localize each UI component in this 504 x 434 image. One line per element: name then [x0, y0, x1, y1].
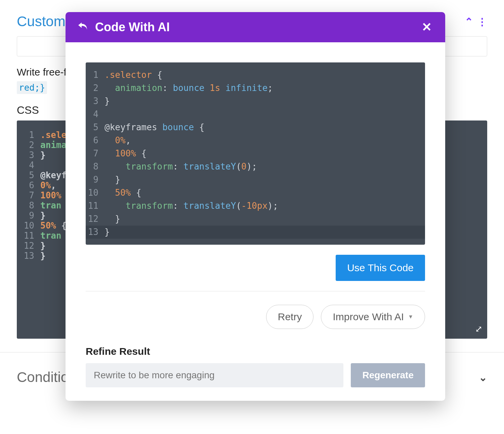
- line-number: 9: [17, 210, 40, 221]
- code-content: }: [104, 173, 120, 186]
- close-icon[interactable]: ✕: [422, 20, 432, 34]
- regenerate-button[interactable]: Regenerate: [351, 363, 425, 387]
- code-content: transform: translateY(0);: [104, 160, 257, 173]
- modal-title: Code With AI: [95, 20, 170, 34]
- code-line: 3}: [86, 95, 425, 108]
- refine-row: Regenerate: [86, 363, 425, 387]
- code-content: animation: bounce 1s infinite;: [104, 82, 273, 95]
- line-number: 3: [17, 150, 40, 160]
- caret-down-icon: ▼: [408, 314, 413, 320]
- line-number: 11: [17, 231, 40, 241]
- improve-label: Improve With AI: [333, 311, 404, 323]
- line-number: 2: [17, 140, 40, 150]
- line-number: 3: [86, 95, 104, 108]
- collapse-icon[interactable]: ⌃: [465, 16, 473, 28]
- line-number: 9: [86, 173, 104, 186]
- line-number: 5: [17, 170, 40, 180]
- line-number: 8: [17, 200, 40, 210]
- code-line: 5@keyframes bounce {: [86, 121, 425, 134]
- code-content: 0%,: [104, 134, 131, 147]
- code-content: }: [104, 212, 120, 226]
- code-with-ai-modal: Code With AI ✕ 1.selector {2 animation: …: [66, 12, 445, 401]
- retry-label: Retry: [278, 311, 302, 323]
- code-line: 1.selector {: [86, 68, 425, 82]
- refine-input[interactable]: [86, 363, 343, 387]
- example-code-snippet: red;}: [17, 81, 47, 94]
- generated-code-block[interactable]: 1.selector {2 animation: bounce 1s infin…: [86, 62, 425, 245]
- line-number: 5: [86, 121, 104, 134]
- line-number: 12: [17, 241, 40, 251]
- code-content: }: [104, 95, 110, 108]
- improve-with-ai-button[interactable]: Improve With AI ▼: [321, 305, 425, 329]
- line-number: 6: [17, 180, 40, 190]
- code-line: 8 transform: translateY(0);: [86, 160, 425, 173]
- modal-header-left: Code With AI: [78, 20, 170, 34]
- back-icon[interactable]: [78, 21, 88, 33]
- code-line: 6 0%,: [86, 134, 425, 147]
- code-line: 2 animation: bounce 1s infinite;: [86, 82, 425, 95]
- code-content: transform: translateY(-10px);: [104, 199, 278, 212]
- line-number: 10: [17, 221, 40, 231]
- code-content: }: [40, 241, 46, 251]
- kebab-menu-icon[interactable]: ⋮: [477, 16, 487, 28]
- code-line: 4: [86, 108, 425, 121]
- line-number: 1: [17, 130, 40, 140]
- refine-result-label: Refine Result: [86, 346, 425, 357]
- code-content: @keyframes bounce {: [104, 121, 204, 134]
- line-number: 13: [17, 251, 40, 261]
- line-number: 12: [86, 212, 104, 226]
- code-line: 12 }: [86, 212, 425, 226]
- line-number: 6: [86, 134, 104, 147]
- code-content: 50% {: [40, 221, 67, 231]
- code-content: 0%,: [40, 180, 56, 190]
- line-number: 10: [86, 186, 104, 199]
- code-line: 13}: [86, 226, 425, 239]
- expand-icon[interactable]: ⤢: [475, 324, 482, 334]
- line-number: 8: [86, 160, 104, 173]
- line-number: 7: [17, 190, 40, 200]
- line-number: 13: [86, 226, 104, 239]
- code-content: }: [104, 226, 110, 239]
- retry-button[interactable]: Retry: [266, 305, 314, 329]
- code-line: 7 100% {: [86, 147, 425, 160]
- code-content: }: [40, 251, 46, 261]
- modal-header: Code With AI ✕: [66, 12, 445, 42]
- line-number: 11: [86, 199, 104, 212]
- line-number: 1: [86, 68, 104, 82]
- code-content: tran: [40, 231, 61, 241]
- code-line: 11 transform: translateY(-10px);: [86, 199, 425, 212]
- code-content: tran: [40, 200, 61, 210]
- line-number: 7: [86, 147, 104, 160]
- use-code-row: Use This Code: [86, 255, 425, 281]
- chevron-down-icon[interactable]: ⌄: [479, 372, 487, 383]
- divider: [86, 291, 425, 291]
- line-number: 4: [17, 160, 40, 170]
- line-number: 2: [86, 82, 104, 95]
- line-number: 4: [86, 108, 104, 121]
- use-this-code-button[interactable]: Use This Code: [336, 255, 425, 281]
- code-line: 10 50% {: [86, 186, 425, 199]
- code-line: 9 }: [86, 173, 425, 186]
- modal-body: 1.selector {2 animation: bounce 1s infin…: [66, 42, 445, 401]
- action-buttons-row: Retry Improve With AI ▼: [86, 305, 425, 329]
- panel-header-actions: ⌃ ⋮: [465, 16, 487, 28]
- code-content: }: [40, 150, 46, 160]
- code-content: }: [40, 210, 46, 221]
- code-content: .selector {: [104, 68, 162, 82]
- code-content: 100% {: [104, 147, 146, 160]
- code-content: 50% {: [104, 186, 141, 199]
